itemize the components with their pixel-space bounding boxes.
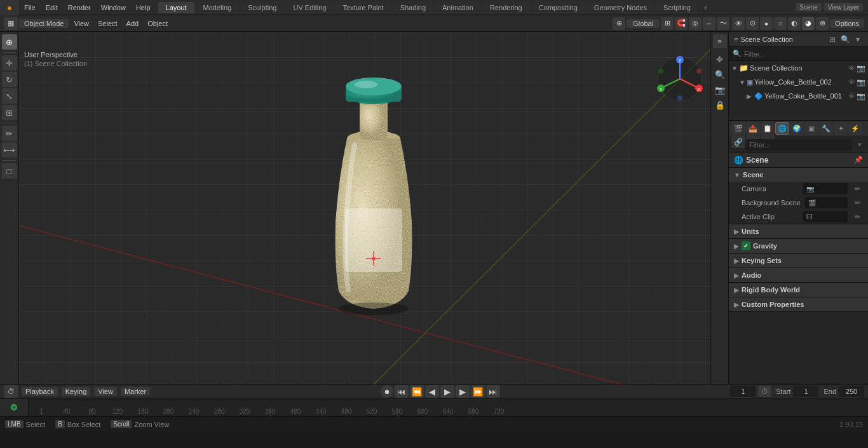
bottle001-visibility[interactable]: 👁 [848,92,855,100]
outliner-filter-icon[interactable]: ⊞ [827,34,837,44]
overlay-btn[interactable]: ⊙ [746,17,759,30]
timeline-scrub-icon[interactable] [0,399,29,416]
keying-sets-header[interactable]: ▶ Keying Sets [729,254,868,268]
camera-value[interactable]: 📷 [803,183,848,194]
viewport-lock-btn[interactable]: 🔒 [713,98,727,112]
jump-end-btn[interactable]: ⏭ [486,385,500,398]
playback-menu[interactable]: Playback [22,387,58,396]
select-menu[interactable]: Select [94,19,121,28]
props-tab-object[interactable]: ▣ [804,122,818,135]
header-toggle-btn[interactable]: ≡ [713,34,727,48]
prev-frame-btn[interactable]: ◀ [425,385,439,398]
menu-file[interactable]: File [19,0,41,15]
menu-edit[interactable]: Edit [41,0,63,15]
tab-texture-paint[interactable]: Texture Paint [335,2,391,13]
mirror-btn[interactable]: ↔ [703,17,715,30]
next-frame-btn[interactable]: ▶ [456,385,470,398]
snap-magnet-btn[interactable]: ⊕ [613,17,625,30]
move-tool[interactable]: ✛ [2,55,17,71]
bottle-object[interactable] [316,74,431,317]
scene-section-header[interactable]: ▼ Scene [729,168,868,182]
viewport[interactable]: User Perspective (1) Scene Collection [19,32,728,384]
bottle001-render[interactable]: 📷 [857,92,865,100]
camera-edit-btn[interactable]: ✏ [851,183,863,194]
shading-solid-btn[interactable]: ● [760,17,773,30]
snap-btn[interactable]: 🧲 [675,17,688,30]
proportional-edit-btn[interactable]: ◎ [689,17,702,30]
scene-selector[interactable]: Scene [796,3,821,11]
units-section-header[interactable]: ▶ Units [729,224,868,238]
shading-wire-btn[interactable]: ○ [774,17,787,30]
props-tab-world[interactable]: 🌍 [790,122,804,135]
zoom-view-btn[interactable]: 🔍 [713,67,727,81]
gravity-checkbox[interactable]: ✓ [742,241,750,250]
bottle002-render[interactable]: 📷 [857,78,865,86]
tab-animation[interactable]: Animation [435,2,481,13]
tab-layout[interactable]: Layout [158,2,194,13]
object-menu[interactable]: Object [144,19,172,28]
rigid-body-header[interactable]: ▶ Rigid Body World [729,283,868,297]
tab-compositing[interactable]: Compositing [531,2,585,13]
add-workspace-tab[interactable]: + [700,1,712,14]
outliner-item-bottle002[interactable]: ▼ ▣ Yellow_Coke_Bottle_002 👁 📷 [729,75,868,89]
options-btn[interactable]: Options [830,19,864,28]
tab-geometry-nodes[interactable]: Geometry Nodes [587,2,654,13]
record-btn[interactable]: ⏺ [381,385,393,398]
active-clip-value[interactable]: 🎞 [803,211,848,222]
outliner-collection-root[interactable]: ▼ 📁 Scene Collection 👁 📷 [729,61,868,75]
timeline-editor-type[interactable]: ⏱ [4,385,18,398]
props-tab-scene[interactable]: 🌐 [775,122,789,135]
custom-props-header[interactable]: ▶ Custom Properties [729,297,868,311]
add-object-tool[interactable]: □ [2,163,17,179]
outliner-item-bottle001[interactable]: ▶ 🔷 Yellow_Coke_Bottle_001 👁 📷 [729,89,868,103]
tab-uv-editing[interactable]: UV Editing [285,2,334,13]
object-mode-selector[interactable]: Object Mode [19,19,69,28]
props-tab-particles[interactable]: ✦ [834,122,848,135]
menu-window[interactable]: Window [96,0,131,15]
camera-view-btn[interactable]: 📷 [713,83,727,97]
keying-menu[interactable]: Keying [62,387,91,396]
jump-start-btn[interactable]: ⏮ [395,385,409,398]
measure-tool[interactable]: ⟷ [2,142,17,158]
view-menu-tl[interactable]: View [94,387,117,396]
menu-render[interactable]: Render [63,0,96,15]
outliner-options-icon[interactable]: ▾ [853,34,863,44]
current-frame-input[interactable]: 1 [730,386,756,397]
tab-shading[interactable]: Shading [393,2,433,13]
tab-scripting[interactable]: Scripting [656,2,698,13]
props-tab-modifiers[interactable]: 🔧 [819,122,833,135]
tab-rendering[interactable]: Rendering [482,2,530,13]
props-tab-render[interactable]: 🎬 [731,122,745,135]
view-layer-selector[interactable]: View Layer [824,3,863,11]
marker-menu[interactable]: Marker [121,387,150,396]
view-menu[interactable]: View [70,19,93,28]
props-search-input[interactable] [745,139,851,151]
collection-visibility[interactable]: 👁 [848,64,855,72]
timeline-ruler[interactable]: 1 40 80 120 160 200 240 280 320 360 400 … [0,399,868,416]
tab-modeling[interactable]: Modeling [196,2,240,13]
cursor-tool[interactable]: ⊕ [2,34,17,50]
props-options-icon[interactable]: ▾ [854,139,865,151]
next-keyframe-btn[interactable]: ⏩ [471,385,485,398]
outliner-search-icon[interactable]: 🔍 [840,34,850,44]
transform-tool[interactable]: ⊞ [2,105,17,120]
pivot-center-btn[interactable]: ⊞ [661,17,674,30]
bg-scene-value[interactable]: 🎬 [804,197,848,208]
bottle002-visibility[interactable]: 👁 [848,78,855,86]
pan-view-btn[interactable]: ✥ [713,52,727,66]
end-frame-input[interactable]: 250 [839,386,864,397]
play-btn[interactable]: ▶ [440,385,454,398]
add-menu[interactable]: Add [123,19,143,28]
start-frame-input[interactable]: 1 [793,386,818,397]
rotate-tool[interactable]: ↻ [2,72,17,87]
audio-section-header[interactable]: ▶ Audio [729,268,868,282]
view-settings-btn[interactable]: 👁 [732,17,745,30]
annotate-tool[interactable]: ✏ [2,126,17,141]
props-tab-view-layer[interactable]: 📋 [761,122,775,135]
viewport-editor-type[interactable]: ▦ [4,17,18,30]
scale-tool[interactable]: ⤡ [2,88,17,104]
menu-help[interactable]: Help [131,0,156,15]
tab-sculpting[interactable]: Sculpting [240,2,284,13]
navigation-gizmo[interactable]: Z X Y [654,53,705,105]
outliner-search-input[interactable] [744,50,864,58]
